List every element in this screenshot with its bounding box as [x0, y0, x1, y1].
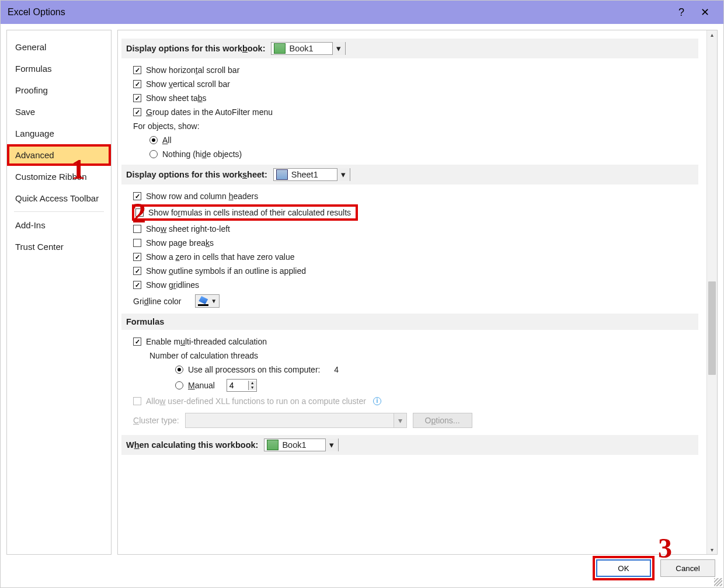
- info-icon[interactable]: i: [373, 397, 381, 405]
- checkbox-zero[interactable]: [133, 253, 141, 261]
- chevron-down-icon: ▼: [211, 298, 217, 304]
- scroll-down-arrow-icon[interactable]: ▾: [707, 547, 717, 553]
- titlebar: Excel Options ? ✕: [1, 1, 723, 24]
- highlight-show-formulas: Show formulas in cells instead of their …: [132, 204, 358, 221]
- label-xll-cluster: Allow user-defined XLL functions to run …: [146, 396, 366, 406]
- label-for-objects: For objects, show:: [133, 121, 200, 131]
- chevron-down-icon: ▾: [337, 168, 350, 181]
- sidebar-item-advanced[interactable]: Advanced: [7, 144, 111, 166]
- label-objects-all: All: [162, 135, 172, 145]
- label-gridline-color: Gridline color: [133, 297, 182, 306]
- radio-manual-threads[interactable]: [175, 381, 183, 389]
- checkbox-group-dates[interactable]: [133, 108, 141, 116]
- window-title: Excel Options: [8, 7, 65, 18]
- category-sidebar: General Formulas Proofing Save Language …: [6, 30, 112, 555]
- section-display-workbook: Display options for this workbook: Book1…: [121, 39, 698, 58]
- gridline-color-picker[interactable]: ▼: [195, 294, 220, 308]
- checkbox-page-breaks[interactable]: [133, 239, 141, 247]
- checkbox-show-formulas[interactable]: [135, 208, 144, 217]
- sidebar-item-general[interactable]: General: [7, 36, 111, 58]
- checkbox-multithread[interactable]: [133, 338, 141, 346]
- excel-options-dialog: Excel Options ? ✕ General Formulas Proof…: [0, 0, 724, 588]
- spinner-down-icon[interactable]: ▼: [249, 385, 256, 390]
- sidebar-item-language[interactable]: Language: [7, 123, 111, 144]
- sidebar-item-add-ins[interactable]: Add-Ins: [7, 214, 111, 236]
- processor-count: 4: [334, 365, 339, 374]
- label-rtl: Show sheet right-to-left: [146, 224, 230, 234]
- checkbox-vertical-scroll[interactable]: [133, 80, 141, 88]
- highlight-ok: OK: [593, 556, 655, 580]
- label-objects-nothing: Nothing (hide objects): [162, 149, 242, 159]
- excel-workbook-icon: [274, 43, 286, 54]
- scroll-up-arrow-icon[interactable]: ▴: [707, 32, 717, 38]
- label-row-col-headers: Show row and column headers: [146, 192, 258, 201]
- radio-objects-nothing[interactable]: [149, 150, 158, 158]
- worksheet-dropdown[interactable]: Sheet1 ▾: [273, 168, 350, 181]
- label-zero: Show a zero in cells that have zero valu…: [146, 252, 294, 262]
- label-sheet-tabs: Show sheet tabs: [146, 93, 207, 103]
- section-when-calculating: When calculating this workbook: Book1 ▾: [121, 435, 698, 455]
- dialog-footer: 3 OK Cancel: [1, 555, 723, 587]
- paint-bucket-icon: [199, 296, 208, 304]
- resize-grip-icon[interactable]: [714, 578, 722, 586]
- sidebar-item-save[interactable]: Save: [7, 101, 111, 123]
- checkbox-outline[interactable]: [133, 267, 141, 275]
- help-button[interactable]: ?: [670, 6, 693, 19]
- excel-sheet-icon: [276, 169, 288, 180]
- label-show-formulas: Show formulas in cells instead of their …: [148, 208, 351, 217]
- annotation-3: 3: [658, 532, 672, 564]
- ok-button[interactable]: OK: [596, 559, 651, 577]
- calc-workbook-dropdown[interactable]: Book1 ▾: [264, 439, 338, 451]
- excel-workbook-icon: [267, 440, 279, 450]
- checkbox-row-col-headers[interactable]: [133, 192, 141, 200]
- chevron-down-icon: ▾: [325, 439, 338, 451]
- label-cluster-type: Cluster type:: [133, 416, 179, 425]
- sidebar-item-quick-access[interactable]: Quick Access Toolbar: [7, 187, 111, 209]
- section-display-worksheet: Display options for this worksheet: Shee…: [121, 165, 698, 185]
- sidebar-item-trust-center[interactable]: Trust Center: [7, 236, 111, 258]
- label-vertical-scroll: Show vertical scroll bar: [146, 79, 230, 89]
- cluster-type-dropdown: ▾: [185, 413, 407, 428]
- radio-objects-all[interactable]: [149, 136, 158, 144]
- vertical-scrollbar[interactable]: ▴ ▾: [706, 30, 717, 554]
- scrollbar-thumb[interactable]: [708, 281, 716, 375]
- checkbox-rtl[interactable]: [133, 225, 141, 233]
- checkbox-xll-cluster: [133, 397, 141, 405]
- options-panel: Display options for this workbook: Book1…: [117, 30, 718, 555]
- spinner-up-icon[interactable]: ▲: [249, 381, 256, 385]
- label-horizontal-scroll: Show horizontal scroll bar: [146, 65, 239, 75]
- workbook-dropdown[interactable]: Book1 ▾: [271, 42, 345, 55]
- checkbox-sheet-tabs[interactable]: [133, 94, 141, 102]
- checkbox-gridlines[interactable]: [133, 281, 141, 289]
- label-group-dates: Group dates in the AutoFilter menu: [146, 107, 273, 117]
- section-formulas: Formulas: [121, 314, 698, 330]
- manual-thread-input[interactable]: [227, 380, 248, 391]
- close-button[interactable]: ✕: [693, 6, 716, 19]
- sidebar-item-proofing[interactable]: Proofing: [7, 79, 111, 101]
- label-manual: Manual: [188, 381, 215, 390]
- label-all-processors: Use all processors on this computer:: [188, 365, 320, 374]
- sidebar-item-formulas[interactable]: Formulas: [7, 58, 111, 79]
- checkbox-horizontal-scroll[interactable]: [133, 66, 141, 74]
- sidebar-item-customize-ribbon[interactable]: Customize Ribbon: [7, 166, 111, 187]
- radio-all-processors[interactable]: [175, 366, 183, 374]
- label-thread-count: Number of calculation threads: [149, 351, 258, 360]
- label-multithread: Enable multi-threaded calculation: [146, 337, 267, 346]
- manual-thread-spinner[interactable]: ▲▼: [227, 379, 257, 392]
- label-gridlines: Show gridlines: [146, 280, 199, 290]
- chevron-down-icon: ▾: [332, 42, 345, 55]
- label-outline: Show outline symbols if an outline is ap…: [146, 266, 306, 276]
- cluster-options-button: Options...: [413, 413, 472, 428]
- chevron-down-icon: ▾: [394, 413, 406, 427]
- label-page-breaks: Show page breaks: [146, 238, 214, 248]
